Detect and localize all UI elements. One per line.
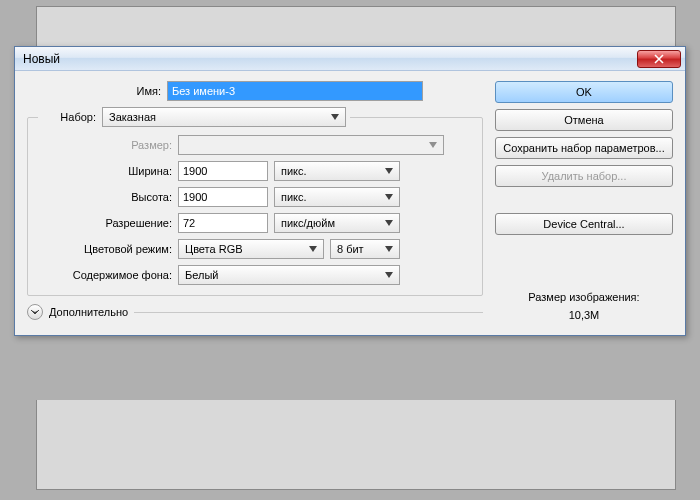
bg-select[interactable]: Белый <box>178 265 400 285</box>
chevron-down-icon <box>305 246 321 252</box>
cancel-button[interactable]: Отмена <box>495 109 673 131</box>
preset-group: Набор: Заказная Размер: <box>27 107 483 296</box>
colormode-select[interactable]: Цвета RGB <box>178 239 324 259</box>
preset-select[interactable]: Заказная <box>102 107 346 127</box>
size-label: Размер: <box>38 139 178 151</box>
width-label: Ширина: <box>38 165 178 177</box>
dialog-title: Новый <box>23 52 60 66</box>
colormode-row: Цветовой режим: Цвета RGB 8 бит <box>38 239 472 259</box>
advanced-row: Дополнительно <box>27 304 483 320</box>
width-unit-value: пикс. <box>281 165 307 177</box>
colormode-label: Цветовой режим: <box>38 243 178 255</box>
chevron-down-icon <box>381 246 397 252</box>
chevron-down-icon <box>381 194 397 200</box>
width-unit-select[interactable]: пикс. <box>274 161 400 181</box>
resolution-row: Разрешение: пикс/дюйм <box>38 213 472 233</box>
left-column: Имя: Набор: Заказная <box>27 81 483 321</box>
colormode-value: Цвета RGB <box>185 243 243 255</box>
bg-row: Содержимое фона: Белый <box>38 265 472 285</box>
ok-button[interactable]: OK <box>495 81 673 103</box>
workspace-bg-top <box>36 6 676 46</box>
resolution-unit-value: пикс/дюйм <box>281 217 335 229</box>
workspace-bg-bottom <box>36 400 676 490</box>
height-unit-value: пикс. <box>281 191 307 203</box>
image-size-value: 10,3M <box>495 309 673 321</box>
spacer <box>495 193 673 207</box>
width-input[interactable] <box>178 161 268 181</box>
close-button[interactable] <box>637 50 681 68</box>
size-select <box>178 135 444 155</box>
image-size-block: Размер изображения: 10,3M <box>495 291 673 321</box>
device-central-button[interactable]: Device Central... <box>495 213 673 235</box>
titlebar: Новый <box>15 47 685 71</box>
chevron-down-icon <box>381 272 397 278</box>
close-icon <box>654 54 664 64</box>
bg-value: Белый <box>185 269 218 281</box>
chevron-down-icon <box>381 220 397 226</box>
height-row: Высота: пикс. <box>38 187 472 207</box>
right-column: OK Отмена Сохранить набор параметров... … <box>495 81 673 321</box>
preset-value: Заказная <box>109 111 156 123</box>
preset-label: Набор: <box>42 111 102 123</box>
chevron-down-icon <box>425 142 441 148</box>
dialog-body: Имя: Набор: Заказная <box>15 71 685 335</box>
bg-label: Содержимое фона: <box>38 269 178 281</box>
divider <box>134 312 483 313</box>
chevron-down-icon <box>381 168 397 174</box>
chevron-down-icon <box>327 114 343 120</box>
name-label: Имя: <box>27 85 167 97</box>
chevron-down-icon <box>31 309 39 315</box>
save-preset-button[interactable]: Сохранить набор параметров... <box>495 137 673 159</box>
height-label: Высота: <box>38 191 178 203</box>
advanced-toggle[interactable] <box>27 304 43 320</box>
name-input[interactable] <box>167 81 423 101</box>
height-unit-select[interactable]: пикс. <box>274 187 400 207</box>
resolution-label: Разрешение: <box>38 217 178 229</box>
image-size-label: Размер изображения: <box>495 291 673 303</box>
name-row: Имя: <box>27 81 483 101</box>
new-document-dialog: Новый Имя: Набор: Заказная <box>14 46 686 336</box>
advanced-label: Дополнительно <box>49 306 128 318</box>
width-row: Ширина: пикс. <box>38 161 472 181</box>
resolution-unit-select[interactable]: пикс/дюйм <box>274 213 400 233</box>
height-input[interactable] <box>178 187 268 207</box>
size-row: Размер: <box>38 135 472 155</box>
depth-select[interactable]: 8 бит <box>330 239 400 259</box>
depth-value: 8 бит <box>337 243 364 255</box>
resolution-input[interactable] <box>178 213 268 233</box>
delete-preset-button: Удалить набор... <box>495 165 673 187</box>
